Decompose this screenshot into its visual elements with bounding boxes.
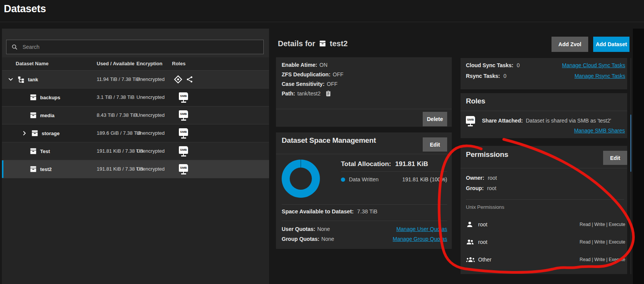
owner-value: root (488, 175, 497, 181)
dataset-name: test2 (40, 166, 52, 172)
space-available-label: Space Available to Dataset: (282, 208, 354, 215)
data-written-value: 191.81 KiB (100%) (402, 176, 447, 182)
roles-smb-icon: SMB (466, 115, 475, 126)
group-quotas-value: None (321, 236, 334, 242)
search-icon (11, 44, 18, 50)
table-row[interactable]: test2 191.81 KiB / 7.38 TiB Unencrypted … (2, 160, 269, 178)
dataset-tree-panel: Dataset Name Used / Available Encryption… (2, 29, 269, 284)
cloud-sync-row: Cloud Sync Tasks: 0 Manage Cloud Sync Ta… (466, 61, 625, 69)
property-label: Enable Atime: (282, 62, 317, 68)
encryption-cell: Unencrypted (136, 124, 165, 142)
encryption-cell: Unencrypted (136, 89, 165, 106)
table-row[interactable]: storage 189.6 GiB / 7.38 TiB Unencrypted… (2, 124, 269, 142)
legend-row: Data Written 191.81 KiB (100%) (341, 176, 447, 183)
manage-user-quotas-link[interactable]: Manage User Quotas (396, 226, 447, 232)
owner-label: Owner: (466, 175, 484, 181)
permissions-card: Permissions Edit Owner: root Group: root… (461, 146, 627, 274)
space-edit-button[interactable]: Edit (423, 137, 447, 152)
add-dataset-button[interactable]: Add Dataset (593, 37, 629, 52)
dataset-icon (29, 147, 37, 155)
smb-share-icon: SMB (466, 116, 475, 126)
user-quotas-label: User Quotas: (282, 226, 315, 232)
encryption-cell: Unencrypted (136, 106, 165, 124)
table-row[interactable]: media 8.43 TiB / 7.38 TiB Unencrypted SM… (2, 106, 269, 124)
roles-card: Roles SMB Share Attached: Dataset is sha… (461, 93, 627, 138)
property-row: Path: tank/test2 (282, 89, 344, 98)
dataset-name: tank (28, 77, 38, 82)
page-title: Datasets (4, 3, 46, 15)
smb-share-icon: SMB (179, 146, 188, 157)
add-zvol-button[interactable]: Add Zvol (552, 37, 588, 52)
smb-share-icon: SMB (179, 92, 188, 103)
manage-cloud-sync-link[interactable]: Manage Cloud Sync Tasks (562, 62, 626, 68)
manage-rsync-link[interactable]: Manage Rsync Tasks (574, 73, 625, 79)
property-label: Case Sensitivity: (282, 81, 324, 87)
details-title-prefix: Details for (278, 39, 315, 48)
property-value: OFF (327, 81, 337, 87)
roles-cell (171, 71, 196, 88)
table-row[interactable]: Test 191.81 KiB / 7.38 TiB Unencrypted S… (2, 142, 269, 160)
roles-cell: SMB (171, 89, 196, 106)
table-row[interactable]: backups 3.1 TiB / 7.38 TiB Unencrypted S… (2, 89, 269, 106)
total-allocation-line: Total Allocation: 191.81 KiB (341, 160, 428, 168)
data-written-label: Data Written (349, 176, 379, 182)
column-header-encryption: Encryption (136, 57, 162, 70)
smb-share-icon: SMB (179, 110, 188, 121)
chevron-right-icon[interactable] (21, 130, 28, 137)
encryption-cell: Unencrypted (136, 160, 165, 178)
roles-cell: SMB (171, 124, 196, 142)
rsync-value: 0 (503, 73, 506, 79)
data-written-dot (341, 178, 345, 182)
legend-divider (341, 171, 447, 172)
search-box[interactable] (6, 40, 264, 54)
property-value: ON (320, 62, 328, 68)
dataset-icon (319, 40, 326, 47)
property-label: Path: (282, 90, 295, 97)
share-attached-text: Dataset is shared via SMB as 'test2' (526, 118, 611, 124)
table-row[interactable]: tank 11.94 TiB / 7.38 TiB Unencrypted (2, 71, 269, 89)
permission-row: root Read | Write | Execute (466, 218, 625, 231)
tasks-card: Cloud Sync Tasks: 0 Manage Cloud Sync Ta… (461, 58, 627, 89)
permission-values: Read | Write | Execute (580, 239, 625, 245)
card-divider (282, 204, 447, 205)
person-icon (466, 221, 474, 228)
dataset-name-cell: media (29, 106, 55, 124)
roles-card-header: Roles (466, 97, 485, 105)
dataset-name-cell: tank (7, 71, 38, 88)
chevron-down-icon[interactable] (7, 76, 14, 83)
column-header-dataset-name: Dataset Name (16, 57, 49, 70)
manage-group-quotas-link[interactable]: Manage Group Quotas (393, 236, 447, 242)
group-quotas-label: Group Quotas: (282, 236, 320, 242)
permission-values: Read | Write | Execute (580, 257, 625, 262)
dataset-name: media (40, 113, 55, 118)
search-input[interactable] (22, 44, 259, 50)
card-divider (466, 199, 624, 200)
manage-smb-shares-link[interactable]: Manage SMB Shares (574, 127, 625, 134)
permission-name: Other (478, 257, 492, 263)
share-icon (186, 76, 193, 83)
rsync-label: Rsync Tasks: (466, 73, 500, 79)
dataset-name-cell: Test (29, 142, 50, 160)
dataset-icon (29, 165, 37, 173)
dataset-tree-icon (17, 76, 25, 83)
property-value: tank/test2 (297, 90, 321, 97)
roles-cell: SMB (171, 106, 196, 124)
properties-list: Enable Atime: ON ZFS Deduplication: OFF … (282, 60, 344, 98)
copy-path-icon[interactable] (325, 90, 331, 97)
scrollbar-thumb[interactable] (630, 115, 631, 172)
cloud-sync-label: Cloud Sync Tasks: (466, 62, 513, 68)
card-divider (461, 168, 627, 168)
user-quotas-value: None (317, 226, 330, 232)
permission-name: root (478, 221, 487, 228)
property-row: ZFS Deduplication: OFF (282, 69, 344, 79)
delete-button[interactable]: Delete (423, 112, 447, 126)
dataset-name-cell: backups (29, 89, 60, 106)
dataset-name: backups (40, 95, 60, 100)
pool-icon (174, 75, 182, 84)
dataset-name-cell: test2 (29, 160, 52, 178)
dataset-name: storage (42, 131, 60, 136)
card-divider (276, 109, 452, 109)
group-line: Group: root (466, 185, 496, 191)
permissions-edit-button[interactable]: Edit (603, 151, 627, 165)
property-row: Enable Atime: ON (282, 60, 344, 69)
